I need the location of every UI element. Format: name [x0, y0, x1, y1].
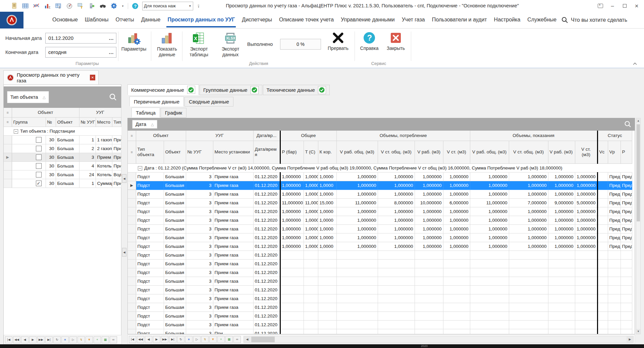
data-row-7[interactable]: ПодстБольшая3Прием газа01.12.20201,00000… [128, 233, 632, 242]
panel-splitter[interactable]: ◀ ◀ [121, 84, 127, 344]
ribbon-display-options-button[interactable] [594, 1, 606, 11]
object-row-4[interactable]: 30Больша24КотельВодоро [4, 170, 121, 179]
help-icon[interactable]: ? [131, 2, 139, 10]
collapse-ribbon-button[interactable] [633, 61, 637, 66]
data-row-3[interactable]: ПодстБольшая3Прием газа01.12.202011,0000… [128, 198, 632, 207]
col-p-status[interactable]: P [621, 141, 632, 163]
navigator-button-3[interactable]: ▶ [29, 336, 37, 343]
scatter-chart-icon[interactable] [32, 2, 40, 10]
row-checkbox[interactable] [36, 154, 42, 160]
report-icon[interactable] [10, 2, 18, 10]
navigator-button-8[interactable]: ▷ [193, 336, 201, 343]
col-v-st-obsch-1[interactable]: V ст. общ. (м3) [378, 141, 415, 163]
object-row-5[interactable]: ✓30Больша1СуммарПрирод [4, 179, 121, 188]
col-v-rab-obsch-1[interactable]: V раб. общ. (м3) [336, 141, 378, 163]
row-checkbox[interactable] [36, 146, 42, 151]
navigator-button-2[interactable]: ◀ [21, 336, 29, 343]
column-profile-icon[interactable] [88, 2, 96, 10]
object-row-3[interactable]: 30Больша4КотельПрирод [4, 161, 121, 170]
data-row-14[interactable]: ПодстБольшая3Прием газа01.12.2020 [128, 294, 632, 303]
navigator-button-4[interactable]: ▶▶ [161, 336, 168, 343]
ribbon-tab-7[interactable]: Управление данными [339, 12, 397, 28]
end-date-picker-button[interactable]: … [109, 47, 114, 57]
navigator-button-9[interactable]: ↯ [77, 336, 85, 343]
vertical-scrollbar[interactable]: ▲ ▼ [636, 118, 641, 334]
col-object-type[interactable]: Тип объекта [136, 141, 164, 163]
header-group-uug[interactable]: УУГ [186, 131, 253, 141]
col-uug-num[interactable]: № УУГ [186, 141, 213, 163]
end-date-input[interactable]: сегодня… [45, 47, 116, 58]
close-button[interactable]: × [631, 1, 643, 11]
navigator-button-10[interactable]: ▼ [86, 336, 93, 343]
filter-image-icon[interactable] [76, 2, 85, 10]
scrollbar-thumb[interactable] [637, 124, 640, 221]
navigator-button-9[interactable]: ↯ [201, 336, 209, 343]
header-group-datetime[interactable]: Дата/вр... [253, 131, 280, 141]
object-row-2[interactable]: ▶30Больша3ПриемПрирод [4, 153, 121, 161]
abort-button[interactable]: Прервать [323, 31, 353, 51]
start-date-input[interactable]: 01.12.2020… [45, 33, 116, 44]
ribbon-tab-6[interactable]: Описание точек учета [277, 12, 336, 28]
ribbon-tab-9[interactable]: Пользователи и аудит [430, 12, 489, 28]
data-row-10[interactable]: ПодстБольшая3Прием газа01.12.2020 [128, 259, 632, 268]
col-vp[interactable]: Vp [608, 141, 621, 163]
navigator-button-11[interactable]: + [217, 336, 225, 343]
scrollbar-thumb[interactable] [251, 337, 275, 342]
data-row-0[interactable]: ПодстБольшая3Прием газа01.12.20201,00000… [128, 172, 632, 181]
navigator-button-7[interactable]: ∗ [61, 336, 69, 343]
data-row-9[interactable]: ПодстБольшая3Прием газа01.12.2020 [128, 251, 632, 259]
group-by-chip-object-type[interactable]: Тип объекта△ [7, 91, 49, 103]
table-search-icon[interactable] [624, 121, 632, 128]
data-row-13[interactable]: ПодстБольшая3Прием газа01.12.2020 [128, 285, 632, 294]
ribbon-tab-4[interactable]: Просмотр данных по УУГ [165, 12, 237, 28]
navigator-button-12[interactable]: ▦ [102, 336, 109, 343]
gear-icon[interactable] [110, 2, 118, 10]
collapse-group-icon[interactable]: − [14, 129, 18, 134]
navigator-button-1[interactable]: ◀◀ [137, 336, 144, 343]
header-group-general[interactable]: Общее [280, 131, 336, 141]
col-v-rab-2[interactable]: V раб. (м3) [548, 141, 575, 163]
application-menu-button[interactable] [0, 12, 23, 28]
bar-chart-sum-icon[interactable]: Σ [43, 2, 51, 10]
export-data-button[interactable]: XLSX Экспорт данных [215, 31, 246, 58]
left-col-num[interactable]: № [46, 117, 56, 127]
help-button[interactable]: ? Справка [356, 31, 383, 51]
data-row-17[interactable]: ПодстБольшая3Прием газа01.12.2020 [128, 320, 632, 329]
navigator-button-10[interactable]: ▼ [209, 336, 217, 343]
left-header-group-object[interactable]: Объект [12, 108, 79, 117]
date-group-row[interactable]: −Дата : 01.12.2020 (Сумма Потребление V … [128, 163, 632, 172]
col-datetime[interactable]: Дата/время [253, 141, 280, 163]
search-input[interactable]: Для поиска наж▼ [142, 2, 193, 10]
ribbon-tab-11[interactable]: Служебные [525, 12, 558, 28]
navigator-button-4[interactable]: ▶▶ [37, 336, 45, 343]
data-row-6[interactable]: ПодстБольшая3Прием газа01.12.20201,00000… [128, 224, 632, 233]
data-row-4[interactable]: ПодстБольшая3Прием газа01.12.20201,00000… [128, 207, 632, 216]
collapse-group-icon[interactable]: − [138, 166, 142, 170]
maximize-button[interactable] [619, 1, 631, 11]
col-place[interactable]: Место установки [213, 141, 253, 163]
navigator-button-5[interactable]: ▶| [169, 336, 176, 343]
col-v-st-obsch-2[interactable]: V ст. общ. (м3) [509, 141, 548, 163]
left-col-gas[interactable]: Тип газа [112, 117, 121, 127]
export-table-button[interactable]: X Экспорт таблицы [183, 31, 215, 58]
tab-summary-data[interactable]: Сводные данные [184, 97, 233, 107]
row-checkbox[interactable]: ✓ [36, 181, 42, 186]
navigator-button-11[interactable]: + [94, 336, 101, 343]
parameters-button[interactable]: Параметры [118, 31, 150, 52]
col-v-rab-obsch-2[interactable]: V раб. общ. (м3) [470, 141, 509, 163]
navigator-button-0[interactable]: |◀ [129, 336, 136, 343]
qat-customize-button[interactable]: =▾ [196, 2, 201, 10]
chevron-down-icon[interactable]: ▼ [189, 4, 192, 8]
col-vc[interactable]: Vc [597, 141, 608, 163]
minimize-button[interactable]: – [606, 1, 619, 11]
row-checkbox[interactable] [36, 163, 42, 169]
document-tab[interactable]: Просмотр данных по учету газа ✕ [3, 70, 99, 84]
navigator-button-7[interactable]: ∗ [185, 336, 193, 343]
navigator-button-13[interactable]: ∞ [233, 336, 241, 343]
scroll-down-icon[interactable]: ▼ [636, 329, 640, 334]
scroll-right-icon[interactable]: ▶ [627, 336, 633, 343]
close-view-button[interactable]: Закрыть [383, 31, 409, 51]
group-by-chip-date[interactable]: Дата△ [132, 120, 157, 129]
navigator-button-0[interactable]: |◀ [5, 336, 12, 343]
left-search-icon[interactable] [109, 93, 117, 101]
